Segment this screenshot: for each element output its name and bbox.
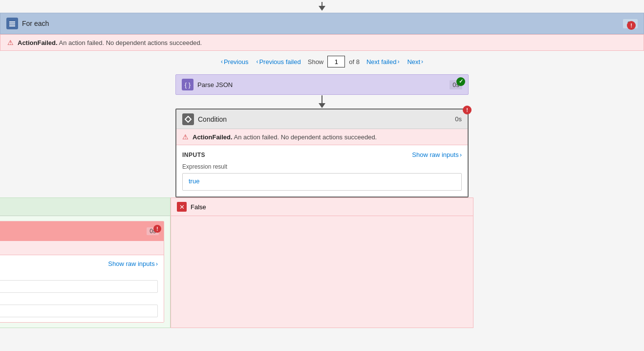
previous-failed-chevron-icon: ‹ [256,58,258,65]
inputs-row: INPUTS Show raw inputs › [182,151,462,158]
svg-marker-3 [185,116,191,122]
condition-error-banner: ⚠ ActionFailed. An action failed. No dep… [176,129,468,145]
false-label: False [191,203,206,211]
of-label: of 8 [349,58,360,66]
condition-warning-icon: ⚠ [182,133,189,141]
for-each-block[interactable]: For each 1s ! [0,13,644,34]
previous-failed-button[interactable]: ‹ Previous failed [253,57,303,66]
condition-block[interactable]: Condition 0s ! ⚠ ActionFailed. An action… [175,109,469,197]
true-panel: ✓ True ✉ Send Email (V3) 0s ! ⚠ [0,197,171,328]
true-header: ✓ True [0,198,170,216]
next-failed-chevron-icon: › [397,58,399,65]
svg-rect-2 [9,25,15,26]
send-email-error-badge: ! [153,225,161,233]
false-header: ✕ False [171,198,473,216]
condition-error-badge: ! [463,106,472,114]
condition-body: INPUTS Show raw inputs › Expression resu… [176,145,468,197]
warning-icon: ⚠ [7,39,14,46]
next-chevron-icon: › [421,58,423,65]
send-email-header: ✉ Send Email (V3) 0s ! [0,221,164,241]
previous-chevron-icon: ‹ [221,58,223,65]
center-content: { } Parse JSON 0s ✓ [0,72,644,197]
send-email-show-raw-inputs-button[interactable]: Show raw inputs › [108,260,158,267]
to-field-value: leeyongsheng2107@gmail.com [0,280,158,293]
condition-header-left: Condition [182,113,227,125]
previous-button[interactable]: ‹ Previous [218,57,252,66]
send-email-block[interactable]: ✉ Send Email (V3) 0s ! ⚠ BadRequest. INP… [0,221,164,323]
to-field-label: To [0,271,158,278]
send-email-inputs-row: INPUTS Show raw inputs › [0,260,158,267]
svg-rect-1 [9,23,15,24]
condition-error-text: ActionFailed. An action failed. No depen… [193,133,377,141]
expression-result-box: true [182,173,462,191]
parse-json-to-condition-arrow [319,95,325,109]
for-each-error-badge: ! [627,21,636,30]
for-each-error-text: ActionFailed. An action failed. No depen… [18,39,202,46]
next-failed-button[interactable]: Next failed › [364,57,402,66]
for-each-icon [6,18,18,29]
condition-title: Condition [198,115,227,123]
parse-json-title: Parse JSON [197,81,233,88]
send-email-body: INPUTS Show raw inputs › To leeyongsheng… [0,255,164,322]
svg-rect-0 [9,22,15,22]
for-each-error-banner: ⚠ ActionFailed. An action failed. No dep… [0,34,644,51]
pagination-row: ‹ Previous ‹ Previous failed Show of 8 N… [0,51,644,72]
show-label: Show [308,58,324,66]
parse-json-left: { } Parse JSON [182,79,233,90]
send-email-error-banner: ⚠ BadRequest. [0,241,164,255]
parse-json-success-badge: ✓ [456,77,465,86]
show-raw-inputs-button[interactable]: Show raw inputs › [412,151,462,158]
for-each-title: For each [22,20,49,27]
next-button[interactable]: Next › [404,57,426,66]
condition-time: 0s [455,115,462,123]
expression-result-label: Expression result [182,163,462,170]
true-false-row: ✓ True ✉ Send Email (V3) 0s ! ⚠ [0,197,473,328]
inputs-label: INPUTS [182,152,205,158]
top-connector-arrow [0,0,644,13]
main-container: For each 1s ! ⚠ ActionFailed. An action … [0,0,644,351]
show-raw-inputs-chevron-icon: › [460,151,462,158]
page-number-input[interactable] [327,56,345,67]
false-panel: ✕ False [171,197,473,328]
condition-icon [182,113,194,125]
parse-json-block[interactable]: { } Parse JSON 0s ✓ [175,74,469,95]
for-each-left: For each [6,18,49,29]
send-email-show-raw-chevron-icon: › [156,260,158,267]
condition-header: Condition 0s ! [176,110,468,129]
parse-json-icon: { } [182,79,193,90]
false-x-icon: ✕ [177,202,187,212]
subject-field-label: Subject [0,296,158,303]
subject-field-value: Health Status Alert Triggered [0,305,158,317]
